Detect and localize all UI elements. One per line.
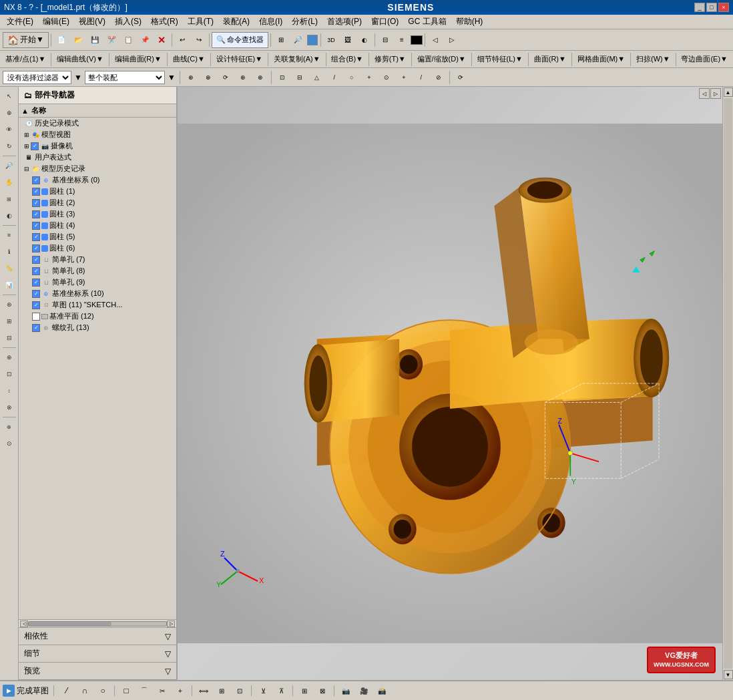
- shade-button[interactable]: ◐: [356, 32, 373, 48]
- menu-assembly[interactable]: 装配(A): [219, 15, 254, 29]
- left-btn-rotate[interactable]: ↻: [1, 138, 17, 154]
- menu-analysis[interactable]: 分析(L): [288, 15, 322, 29]
- vscroll-up-btn[interactable]: ▲: [724, 88, 733, 97]
- cb10[interactable]: ✓: [32, 290, 40, 298]
- assembly-dropdown[interactable]: 整个装配: [85, 71, 165, 84]
- snap-btn4[interactable]: /: [326, 69, 342, 85]
- left-btn-8[interactable]: ⊗: [1, 399, 17, 415]
- left-btn-measure[interactable]: 📏: [1, 260, 17, 277]
- prev-view-button[interactable]: ◁: [427, 32, 443, 48]
- tb-design-feature[interactable]: 设计特征(E)▼: [214, 53, 266, 65]
- layer-button[interactable]: ≡: [394, 32, 410, 48]
- close-button[interactable]: ×: [718, 3, 729, 12]
- menu-window[interactable]: 窗口(O): [367, 15, 403, 29]
- cb11[interactable]: ✓: [32, 301, 40, 309]
- vscroll-down-btn[interactable]: ▼: [724, 670, 733, 679]
- left-btn-7[interactable]: ↕: [1, 383, 17, 399]
- draw-trim-btn[interactable]: ✂: [154, 683, 170, 699]
- nav-detail-panel[interactable]: 细节 ▽: [19, 645, 176, 663]
- menu-tools[interactable]: 工具(T): [184, 15, 218, 29]
- minimize-button[interactable]: _: [694, 3, 705, 12]
- menu-edit[interactable]: 编辑(E): [39, 15, 73, 29]
- snap-left-btn[interactable]: ◁: [699, 88, 710, 99]
- snap-btn8[interactable]: +: [396, 69, 412, 85]
- left-btn-constraint[interactable]: ⊛: [1, 297, 17, 313]
- undo-button[interactable]: ↩: [174, 32, 190, 48]
- nav-item-base-cs10[interactable]: ✓ ⊕ 基准坐标系 (10): [19, 288, 176, 299]
- status-icon[interactable]: ▶: [3, 685, 15, 697]
- left-btn-pattern[interactable]: ⊞: [1, 313, 17, 329]
- select-filter-btn2[interactable]: ⊕: [200, 69, 216, 85]
- nav-item-cyl1[interactable]: ✓ 圆柱 (1): [19, 186, 176, 197]
- left-btn-analysis[interactable]: 📊: [1, 277, 17, 293]
- redo-button[interactable]: ↪: [191, 32, 207, 48]
- left-btn-info[interactable]: ℹ: [1, 244, 17, 260]
- tb-curved-surface[interactable]: 曲面(R)▼: [531, 53, 569, 65]
- snap-btn1[interactable]: ⊡: [274, 69, 290, 85]
- nav-item-camera[interactable]: ⊞ ✓ 📷 摄像机: [19, 140, 176, 152]
- cut-button[interactable]: ✂️: [103, 32, 119, 48]
- select-filter-btn1[interactable]: ⊕: [183, 69, 199, 85]
- draw-camera3[interactable]: 📸: [374, 683, 390, 699]
- tb-assoc-copy[interactable]: 关联复制(A)▼: [271, 53, 323, 65]
- cb3[interactable]: ✓: [32, 210, 40, 218]
- draw-fillet-btn[interactable]: ⌒: [136, 683, 152, 699]
- tb-combine[interactable]: 组合(B)▼: [328, 53, 366, 65]
- draw-offset-btn[interactable]: ⊡: [232, 683, 248, 699]
- cb6[interactable]: ✓: [32, 244, 40, 252]
- tb-bend-surface[interactable]: 弯边曲面(E)▼: [678, 53, 730, 65]
- left-btn-layer[interactable]: ≡: [1, 227, 17, 243]
- tb-edit-surface[interactable]: 编辑曲面(R)▼: [112, 53, 164, 65]
- left-btn-snap[interactable]: ⊕: [1, 105, 17, 121]
- menu-view[interactable]: 视图(V): [75, 15, 109, 29]
- left-btn-6[interactable]: ⊡: [1, 366, 17, 382]
- tb-edit-curve[interactable]: 编辑曲线(V)▼: [54, 53, 106, 65]
- tb-offset-scale[interactable]: 偏置/缩放(D)▼: [415, 53, 469, 65]
- cb12[interactable]: [32, 313, 40, 321]
- nav-dependency-panel[interactable]: 相依性 ▽: [19, 628, 176, 645]
- left-btn-render[interactable]: ◐: [1, 208, 17, 224]
- new-button[interactable]: 📄: [53, 32, 69, 48]
- cb13[interactable]: ✓: [32, 324, 40, 332]
- copy-button[interactable]: 📋: [120, 32, 136, 48]
- delete-button[interactable]: ✕: [154, 32, 170, 48]
- select-filter-btn5[interactable]: ⊕: [252, 69, 268, 85]
- draw-pattern-btn[interactable]: ⊞: [214, 683, 230, 699]
- nav-item-hole8[interactable]: ✓ ⊔ 简单孔 (8): [19, 265, 176, 277]
- cb2[interactable]: ✓: [32, 199, 40, 207]
- nav-item-base-cs0[interactable]: ✓ ⊕ 基准坐标系 (0): [19, 174, 176, 186]
- nav-content[interactable]: ▲ 名称 🕐 历史记录模式 ⊞ 🎭 模型视图 ⊞ ✓ 📷 摄像机: [19, 104, 176, 619]
- draw-extend-btn[interactable]: +: [172, 683, 188, 699]
- maximize-button[interactable]: □: [706, 3, 717, 12]
- nav-preview-panel[interactable]: 预览 ▽: [19, 663, 176, 680]
- scroll-track[interactable]: [28, 621, 167, 627]
- tb-mesh-surface[interactable]: 网格曲面(M)▼: [575, 53, 628, 65]
- menu-format[interactable]: 格式(R): [147, 15, 182, 29]
- tb-curve[interactable]: 曲线(C)▼: [170, 53, 208, 65]
- tb-trim[interactable]: 修剪(T)▼: [372, 53, 409, 65]
- left-btn-select[interactable]: ↖: [1, 88, 17, 104]
- left-btn-zoom[interactable]: 🔎: [1, 158, 17, 174]
- nav-item-cyl6[interactable]: ✓ 圆柱 (6): [19, 242, 176, 254]
- cb7[interactable]: ✓: [32, 256, 40, 264]
- draw-dim-btn2[interactable]: ⊼: [273, 683, 289, 699]
- grid-button[interactable]: ⊟: [377, 32, 393, 48]
- nav-item-plane12[interactable]: 基准平面 (12): [19, 311, 176, 322]
- next-view-button[interactable]: ▷: [444, 32, 460, 48]
- zoom-button[interactable]: 🔎: [290, 32, 306, 48]
- view-orient1[interactable]: ⟳: [453, 69, 469, 85]
- view3d-button[interactable]: 3D: [323, 32, 339, 48]
- snap-btn7[interactable]: ⊙: [379, 69, 395, 85]
- nav-item-cyl3[interactable]: ✓ 圆柱 (3): [19, 208, 176, 220]
- menu-help[interactable]: 帮助(H): [452, 15, 487, 29]
- color-swatch1[interactable]: [411, 35, 423, 45]
- camera-checkbox[interactable]: ✓: [31, 142, 39, 150]
- nav-item-thread13[interactable]: ✓ ⊛ 螺纹孔 (13): [19, 322, 176, 333]
- filter-select[interactable]: 没有选择过滤器: [3, 71, 71, 84]
- paste-button[interactable]: 📌: [137, 32, 153, 48]
- cb8[interactable]: ✓: [32, 267, 40, 275]
- nav-item-cyl5[interactable]: ✓ 圆柱 (5): [19, 231, 176, 242]
- select-filter-btn4[interactable]: ⊕: [235, 69, 251, 85]
- draw-dim-btn1[interactable]: ⊻: [255, 683, 271, 699]
- snap-btn10[interactable]: ⊘: [431, 69, 447, 85]
